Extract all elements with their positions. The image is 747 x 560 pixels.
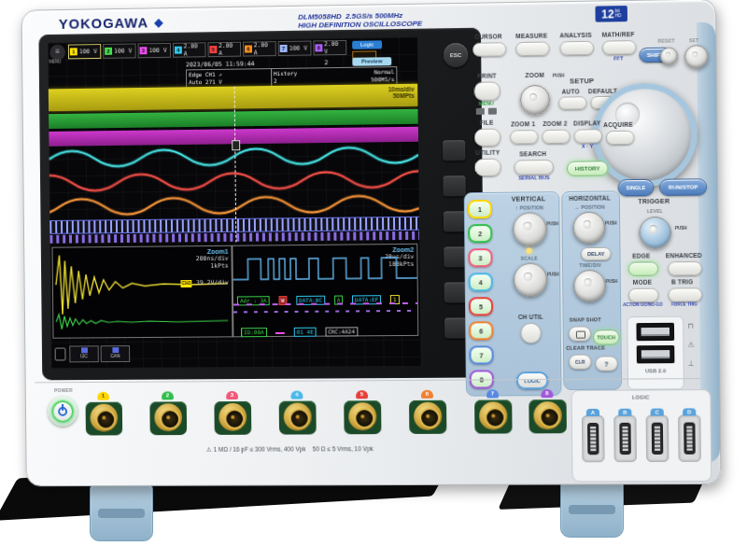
channel-box-3[interactable]: 3 100 V [137, 43, 171, 58]
vertical-scale-knob[interactable] [514, 263, 548, 297]
channel-6-button[interactable]: 6 [469, 321, 493, 340]
touch-pointer-icon [55, 348, 66, 361]
trigger-title: TRIGGER [633, 198, 675, 205]
zoom2-button[interactable] [542, 130, 570, 144]
usb-label: USB 2.0 [641, 368, 669, 373]
channel-box-2[interactable]: 2 100 V [103, 43, 136, 58]
clear-trace-label: CLEAR TRACE [565, 344, 606, 350]
display-label: DISPLAY [570, 119, 603, 127]
mathref-button[interactable] [602, 40, 637, 55]
trigger-level-knob[interactable] [639, 217, 671, 249]
soft-key-4[interactable] [444, 246, 466, 267]
horizontal-position-label: ↔ POSITION [567, 204, 613, 211]
rising-edge-icon: ↗ [218, 71, 222, 77]
clear-trace-button[interactable]: CLR [569, 355, 591, 370]
b-trig-button[interactable] [668, 287, 702, 301]
bus1-badge[interactable]: I2C [69, 345, 99, 362]
mode-button[interactable] [628, 288, 659, 302]
model-info: DLM5058HD 2.5GS/s 500MHz HIGH DEFINITION… [298, 11, 422, 30]
file-button[interactable] [474, 129, 500, 147]
file-label: FILE [474, 119, 499, 126]
ch-util-button[interactable] [520, 323, 541, 343]
trigger-cursor-handle[interactable] [232, 140, 240, 150]
utility-button[interactable] [474, 159, 500, 176]
utility-label: UTILITY [472, 149, 502, 156]
vertical-position-knob[interactable] [513, 212, 547, 245]
soft-key-5[interactable] [444, 282, 467, 302]
logic-screen-button[interactable]: Logic [352, 40, 382, 49]
vertical-scale-label: SCALE [514, 256, 545, 261]
channel-box-8[interactable]: 8 2.00 V [313, 40, 346, 56]
xy-label: X - Y [578, 143, 597, 148]
delay-button[interactable]: DELAY [581, 247, 611, 260]
analysis-button[interactable] [560, 41, 594, 56]
folder-icon [476, 108, 485, 115]
trigger-readout: Edge CH1 ↗ Auto 271 V [186, 68, 273, 88]
channel-box-7[interactable]: 7 100 V [278, 41, 312, 56]
channel-box-6[interactable]: 6 2.00 A [243, 41, 276, 56]
zoom-knob[interactable] [520, 85, 551, 116]
time-div-push-label: PUSH [606, 279, 618, 284]
vertical-title: VERTICAL [505, 195, 552, 203]
brand-diamond-icon: ◆ [154, 15, 163, 29]
edge-button[interactable] [628, 261, 659, 275]
soft-key-1[interactable] [443, 140, 465, 161]
zoom-knob-label: ZOOM [519, 72, 551, 79]
esc-button[interactable]: ESC [444, 43, 468, 67]
channel-4-button[interactable]: 4 [469, 273, 493, 291]
channel-box-4[interactable]: 4 2.00 A [173, 42, 206, 57]
channel-box-1[interactable]: 1 100 V [68, 44, 101, 59]
zoom-push-label: PUSH [553, 73, 565, 77]
channel-1-button[interactable]: 1 [468, 200, 492, 218]
soft-key-6[interactable] [444, 317, 467, 338]
acquire-button[interactable] [606, 131, 634, 145]
snap-shot-button[interactable] [569, 326, 591, 341]
print-button[interactable] [474, 81, 500, 100]
zoom1-button[interactable] [510, 130, 538, 144]
search-button[interactable] [514, 160, 554, 175]
input-rating-warning: ⚠ 1 MΩ / 16 pF ≤ 300 Vrms, 400 Vpk 50 Ω … [206, 445, 374, 454]
enhanced-label: ENHANCED [662, 252, 706, 259]
auto-button[interactable] [558, 96, 586, 109]
channel-3-button[interactable]: 3 [468, 248, 492, 267]
run-stop-button[interactable]: RUN/STOP [659, 178, 707, 196]
action-gonogo-label: ACTION GO/NO-GO [623, 302, 663, 307]
warning-icon: ⚠ [206, 446, 212, 453]
power-button[interactable] [48, 397, 78, 427]
menu-icon[interactable]: ≡ [49, 45, 65, 61]
channel-2-button[interactable]: 2 [468, 224, 492, 243]
help-button[interactable]: ? [595, 356, 617, 371]
channel-7-button[interactable]: 7 [469, 345, 493, 364]
fft-label: FFT [609, 55, 627, 61]
enhanced-button[interactable] [668, 261, 702, 275]
decode-separator [275, 332, 285, 334]
warning-icon-side: ⚠ [687, 341, 694, 349]
serial-bus-label: SERIAL BUS [516, 175, 552, 180]
preview-button[interactable]: Preview [352, 57, 391, 66]
soft-key-3[interactable] [444, 211, 466, 231]
decode-id: ID:00A [241, 328, 267, 337]
single-button[interactable]: SINGLE [618, 179, 655, 197]
channel-box-5[interactable]: 5 2.00 A [207, 42, 241, 57]
record-length-readout: 50MPts [388, 92, 415, 99]
horizontal-position-knob[interactable] [573, 212, 606, 245]
display-button[interactable] [574, 129, 602, 143]
horizontal-title: HORIZONTAL [563, 194, 616, 202]
touch-button[interactable]: TOUCH [593, 329, 619, 344]
comp-signal-icon: ⊓ [687, 322, 693, 330]
bus2-badge[interactable]: CAN [101, 345, 131, 362]
time-div-label: TIME/DIV [570, 262, 611, 268]
zoom1-points: 1kPts [181, 262, 229, 270]
soft-key-2[interactable] [443, 175, 465, 196]
oscilloscope-front-panel: YOKOGAWA ◆ DLM5058HD 2.5GS/s 500MHz HIGH… [21, 0, 722, 486]
history-button[interactable]: HISTORY [567, 161, 609, 176]
acquire-label: ACQUIRE [600, 121, 636, 129]
reset-knob[interactable] [660, 47, 678, 64]
measure-button[interactable] [515, 42, 549, 57]
vertical-push-label: PUSH [546, 221, 558, 226]
channel-5-button[interactable]: 5 [469, 297, 493, 315]
cursor-button[interactable] [472, 42, 506, 57]
oscilloscope-screen[interactable]: ≡ MENU 1 100 V 2 100 V 3 100 V 4 2.00 A … [48, 37, 420, 369]
updown-arrow-icon: ↕ [515, 205, 518, 211]
time-div-knob[interactable] [573, 270, 606, 301]
